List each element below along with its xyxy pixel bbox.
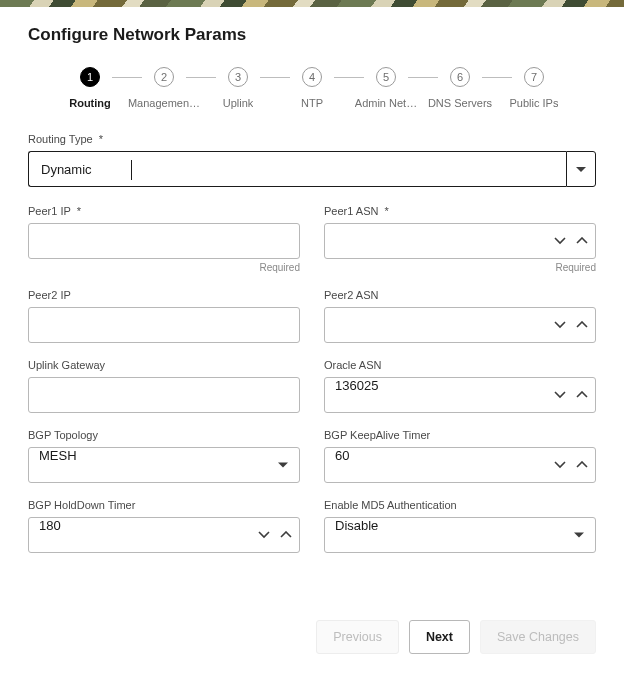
step-dns-servers[interactable]: 6 DNS Servers: [421, 67, 499, 109]
chevron-down-icon[interactable]: [554, 389, 566, 401]
row-peer2: Peer2 IP Peer2 ASN: [28, 289, 596, 343]
bgp-keepalive-label: BGP KeepAlive Timer: [324, 429, 596, 441]
step-uplink[interactable]: 3 Uplink: [199, 67, 277, 109]
text-cursor: [131, 160, 132, 180]
step-connector: [186, 77, 216, 78]
bgp-holddown-label: BGP HoldDown Timer: [28, 499, 300, 511]
step-label: Admin Net…: [355, 97, 417, 109]
step-connector: [408, 77, 438, 78]
field-peer1-ip: Peer1 IP * Required: [28, 205, 300, 273]
bgp-topology-label: BGP Topology: [28, 429, 300, 441]
step-label: Routing: [69, 97, 111, 109]
step-label: NTP: [301, 97, 323, 109]
uplink-gateway-label: Uplink Gateway: [28, 359, 300, 371]
field-oracle-asn: Oracle ASN 136025: [324, 359, 596, 413]
step-connector: [260, 77, 290, 78]
routing-type-combobox[interactable]: Dynamic: [28, 151, 596, 187]
field-bgp-keepalive: BGP KeepAlive Timer 60: [324, 429, 596, 483]
peer2-ip-input[interactable]: [28, 307, 300, 343]
row-peer1: Peer1 IP * Required Peer1 ASN * Required: [28, 205, 596, 273]
peer2-asn-label: Peer2 ASN: [324, 289, 596, 301]
chevron-up-icon[interactable]: [576, 459, 588, 471]
routing-type-dropdown-button[interactable]: [566, 151, 596, 187]
peer1-asn-helper: Required: [324, 262, 596, 273]
decorative-top-stripe: [0, 0, 624, 7]
step-connector: [482, 77, 512, 78]
field-bgp-topology: BGP Topology MESH: [28, 429, 300, 483]
routing-type-input[interactable]: Dynamic: [28, 151, 566, 187]
oracle-asn-spinner[interactable]: 136025: [324, 377, 596, 413]
step-number: 2: [154, 67, 174, 87]
page-title: Configure Network Params: [28, 25, 596, 45]
save-changes-button[interactable]: Save Changes: [480, 620, 596, 654]
spinner-arrows: [554, 447, 588, 483]
uplink-gateway-input[interactable]: [28, 377, 300, 413]
field-uplink-gateway: Uplink Gateway: [28, 359, 300, 413]
chevron-down-icon: [576, 167, 586, 172]
page-container: Configure Network Params 1 Routing 2 Man…: [0, 7, 624, 585]
enable-md5-label: Enable MD5 Authentication: [324, 499, 596, 511]
required-star: *: [74, 205, 81, 217]
step-public-ips[interactable]: 7 Public IPs: [495, 67, 573, 109]
peer1-ip-input[interactable]: [28, 223, 300, 259]
step-label: DNS Servers: [428, 97, 492, 109]
step-connector: [334, 77, 364, 78]
spinner-arrows: [554, 307, 588, 343]
chevron-down-icon: [574, 533, 584, 538]
field-peer2-ip: Peer2 IP: [28, 289, 300, 343]
chevron-up-icon[interactable]: [576, 319, 588, 331]
next-button[interactable]: Next: [409, 620, 470, 654]
row-uplink-oracle: Uplink Gateway Oracle ASN 136025: [28, 359, 596, 413]
peer1-asn-label: Peer1 ASN *: [324, 205, 596, 217]
step-number: 6: [450, 67, 470, 87]
step-ntp[interactable]: 4 NTP: [273, 67, 351, 109]
step-admin-net[interactable]: 5 Admin Net…: [347, 67, 425, 109]
chevron-down-icon[interactable]: [554, 235, 566, 247]
peer2-asn-spinner[interactable]: [324, 307, 596, 343]
bgp-keepalive-spinner[interactable]: 60: [324, 447, 596, 483]
field-routing-type: Routing Type * Dynamic: [28, 133, 596, 187]
spinner-arrows: [258, 517, 292, 553]
chevron-up-icon[interactable]: [576, 389, 588, 401]
step-number: 4: [302, 67, 322, 87]
field-peer2-asn: Peer2 ASN: [324, 289, 596, 343]
chevron-up-icon[interactable]: [280, 529, 292, 541]
peer1-ip-helper: Required: [28, 262, 300, 273]
bgp-topology-select[interactable]: MESH: [28, 447, 300, 483]
step-number: 1: [80, 67, 100, 87]
required-star: *: [381, 205, 388, 217]
spinner-arrows: [554, 223, 588, 259]
step-connector: [112, 77, 142, 78]
enable-md5-select[interactable]: Disable: [324, 517, 596, 553]
step-number: 7: [524, 67, 544, 87]
chevron-down-icon[interactable]: [554, 459, 566, 471]
chevron-up-icon[interactable]: [576, 235, 588, 247]
step-number: 3: [228, 67, 248, 87]
previous-button[interactable]: Previous: [316, 620, 399, 654]
routing-type-label: Routing Type *: [28, 133, 596, 145]
step-label: Uplink: [223, 97, 254, 109]
row-bgp1: BGP Topology MESH BGP KeepAlive Timer 60: [28, 429, 596, 483]
peer1-asn-spinner[interactable]: [324, 223, 596, 259]
chevron-down-icon[interactable]: [554, 319, 566, 331]
step-number: 5: [376, 67, 396, 87]
wizard-stepper: 1 Routing 2 Managemen… 3 Uplink 4 NTP 5 …: [28, 67, 596, 109]
spinner-arrows: [554, 377, 588, 413]
peer2-ip-label: Peer2 IP: [28, 289, 300, 301]
required-star: *: [96, 133, 103, 145]
field-peer1-asn: Peer1 ASN * Required: [324, 205, 596, 273]
peer1-ip-label: Peer1 IP *: [28, 205, 300, 217]
step-label: Public IPs: [510, 97, 559, 109]
oracle-asn-label: Oracle ASN: [324, 359, 596, 371]
field-bgp-holddown: BGP HoldDown Timer 180: [28, 499, 300, 553]
step-routing[interactable]: 1 Routing: [51, 67, 129, 109]
row-bgp2: BGP HoldDown Timer 180 Enable MD5 Authen…: [28, 499, 596, 553]
bgp-holddown-spinner[interactable]: 180: [28, 517, 300, 553]
step-management[interactable]: 2 Managemen…: [125, 67, 203, 109]
chevron-down-icon: [278, 463, 288, 468]
wizard-footer: Previous Next Save Changes: [316, 620, 596, 654]
field-enable-md5: Enable MD5 Authentication Disable: [324, 499, 596, 553]
chevron-down-icon[interactable]: [258, 529, 270, 541]
step-label: Managemen…: [128, 97, 200, 109]
